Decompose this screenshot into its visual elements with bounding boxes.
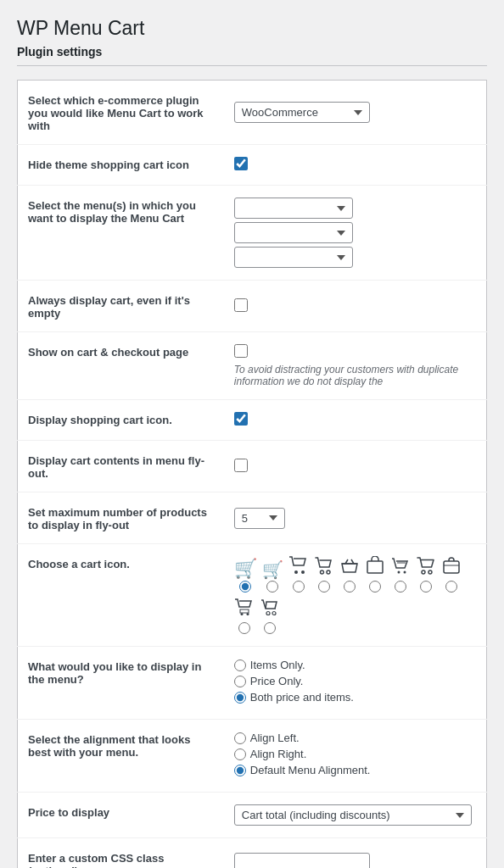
page-subtitle: Plugin settings bbox=[17, 45, 487, 66]
svg-point-1 bbox=[301, 570, 305, 574]
cart-icon-label: Choose a cart icon. bbox=[28, 558, 130, 570]
page-title: WP Menu Cart bbox=[17, 17, 487, 40]
cart-icon-8 bbox=[416, 556, 436, 578]
cart-icon-radio-6[interactable] bbox=[369, 581, 381, 593]
cart-icon-radio-7[interactable] bbox=[395, 581, 406, 593]
display-menu-option-2-label: Price Only. bbox=[250, 675, 304, 687]
alignment-option-2[interactable]: Align Right. bbox=[234, 748, 476, 760]
cart-icon-option-1: 🛒 bbox=[234, 559, 257, 593]
hide-icon-label: Hide theme shopping cart icon bbox=[28, 159, 189, 171]
alignment-option-1[interactable]: Align Left. bbox=[234, 732, 476, 744]
cart-icons-group: 🛒 🛒 bbox=[234, 556, 476, 634]
alignment-row: Select the alignment that looks best wit… bbox=[18, 720, 487, 793]
alignment-radio-2[interactable] bbox=[234, 748, 246, 760]
alignment-radio-1[interactable] bbox=[234, 732, 246, 744]
price-display-select[interactable]: Cart total (including discounts) Cart su… bbox=[234, 804, 472, 826]
cart-icon-3 bbox=[288, 556, 309, 578]
cart-icon-option-9 bbox=[441, 556, 462, 593]
display-menu-option-3-label: Both price and items. bbox=[250, 691, 354, 704]
display-menu-radio-2[interactable] bbox=[234, 676, 246, 687]
svg-point-2 bbox=[320, 570, 323, 574]
menu-select-3[interactable] bbox=[234, 247, 353, 268]
cart-icon-radio-11[interactable] bbox=[264, 622, 276, 634]
display-contents-checkbox[interactable] bbox=[234, 459, 248, 472]
cart-icon-radio-2[interactable] bbox=[266, 581, 278, 593]
ecommerce-row: Select which e-commerce plugin you would… bbox=[18, 81, 487, 145]
cart-icon-option-6 bbox=[365, 556, 385, 593]
css-class-input[interactable] bbox=[234, 853, 370, 869]
alignment-option-1-label: Align Left. bbox=[250, 732, 300, 744]
svg-point-0 bbox=[294, 570, 298, 574]
alignment-label: Select the alignment that looks best wit… bbox=[28, 733, 190, 759]
cart-icon-radio-1[interactable] bbox=[239, 581, 251, 593]
cart-icon-option-5 bbox=[339, 556, 360, 593]
css-class-row: Enter a custom CSS class (optional) bbox=[18, 838, 487, 869]
cart-icon-11 bbox=[260, 598, 280, 620]
max-products-label: Set maximum number of products to displa… bbox=[28, 506, 207, 531]
hide-icon-row: Hide theme shopping cart icon bbox=[18, 145, 487, 186]
display-icon-checkbox[interactable] bbox=[234, 412, 248, 426]
svg-point-16 bbox=[272, 612, 276, 615]
svg-point-3 bbox=[327, 570, 330, 574]
cart-icon-option-11 bbox=[260, 598, 280, 634]
css-class-label: Enter a custom CSS class (optional) bbox=[28, 852, 164, 868]
svg-point-7 bbox=[403, 571, 406, 574]
svg-rect-5 bbox=[367, 561, 383, 573]
hide-icon-checkbox[interactable] bbox=[234, 157, 248, 170]
cart-icon-option-8 bbox=[416, 556, 436, 593]
cart-icon-6 bbox=[365, 556, 385, 578]
cart-icon-10 bbox=[234, 598, 255, 620]
svg-point-10 bbox=[428, 570, 432, 574]
svg-point-6 bbox=[397, 571, 400, 574]
always-display-label: Always display cart, even if it's empty bbox=[28, 294, 190, 320]
display-menu-radio-3[interactable] bbox=[234, 692, 246, 704]
svg-rect-11 bbox=[444, 561, 459, 573]
display-menu-radio-1[interactable] bbox=[234, 659, 246, 671]
display-menu-option-2[interactable]: Price Only. bbox=[234, 675, 476, 687]
alignment-option-3[interactable]: Default Menu Alignment. bbox=[234, 764, 476, 776]
svg-rect-12 bbox=[240, 609, 249, 613]
cart-icon-option-10 bbox=[234, 598, 255, 634]
display-icon-row: Display shopping cart icon. bbox=[18, 400, 487, 441]
alignment-option-2-label: Align Right. bbox=[250, 748, 306, 760]
display-menu-option-1[interactable]: Items Only. bbox=[234, 659, 476, 671]
display-menu-option-3[interactable]: Both price and items. bbox=[234, 691, 476, 704]
cart-icon-row: Choose a cart icon. 🛒 🛒 bbox=[18, 544, 487, 647]
show-checkout-row: Show on cart & checkout page To avoid di… bbox=[18, 332, 487, 400]
menu-select-1[interactable] bbox=[234, 198, 353, 219]
settings-table: Select which e-commerce plugin you would… bbox=[17, 80, 487, 868]
svg-point-15 bbox=[266, 612, 270, 615]
max-products-row: Set maximum number of products to displa… bbox=[18, 492, 487, 544]
cart-icon-radio-9[interactable] bbox=[445, 581, 457, 593]
svg-point-13 bbox=[240, 613, 243, 615]
always-display-row: Always display cart, even if it's empty bbox=[18, 281, 487, 332]
menus-row: Select the menu(s) in which you want to … bbox=[18, 186, 487, 281]
cart-icon-option-7 bbox=[390, 556, 411, 593]
cart-icon-5 bbox=[339, 556, 360, 578]
show-checkout-checkbox[interactable] bbox=[234, 344, 248, 358]
price-display-row: Price to display Cart total (including d… bbox=[18, 793, 487, 838]
display-menu-label: What would you like to display in the me… bbox=[28, 660, 201, 686]
display-menu-option-1-label: Items Only. bbox=[250, 659, 305, 671]
display-contents-row: Display cart contents in menu fly-out. bbox=[18, 441, 487, 492]
cart-icon-radio-5[interactable] bbox=[344, 581, 356, 593]
cart-icon-option-4 bbox=[314, 556, 334, 593]
always-display-checkbox[interactable] bbox=[234, 298, 248, 312]
cart-icon-radio-4[interactable] bbox=[318, 581, 330, 593]
alignment-radio-3[interactable] bbox=[234, 765, 246, 776]
cart-icon-radio-3[interactable] bbox=[293, 581, 305, 593]
cart-icon-radio-8[interactable] bbox=[420, 581, 432, 593]
cart-icon-radio-10[interactable] bbox=[238, 622, 250, 634]
cart-icon-2: 🛒 bbox=[262, 561, 283, 578]
max-products-select[interactable]: 1 2 3 4 5 6 7 8 9 10 bbox=[234, 508, 285, 529]
menu-select-2[interactable] bbox=[234, 222, 353, 243]
ecommerce-select[interactable]: WooCommerce bbox=[234, 102, 370, 123]
menus-label: Select the menu(s) in which you want to … bbox=[28, 199, 196, 225]
display-menu-row: What would you like to display in the me… bbox=[18, 647, 487, 720]
cart-icon-7 bbox=[390, 556, 411, 578]
menus-selects bbox=[234, 198, 476, 268]
ecommerce-label: Select which e-commerce plugin you would… bbox=[28, 94, 204, 132]
show-checkout-label: Show on cart & checkout page bbox=[28, 346, 188, 359]
price-display-label: Price to display bbox=[28, 806, 109, 819]
show-checkout-description: To avoid distracting your customers with… bbox=[234, 364, 476, 387]
